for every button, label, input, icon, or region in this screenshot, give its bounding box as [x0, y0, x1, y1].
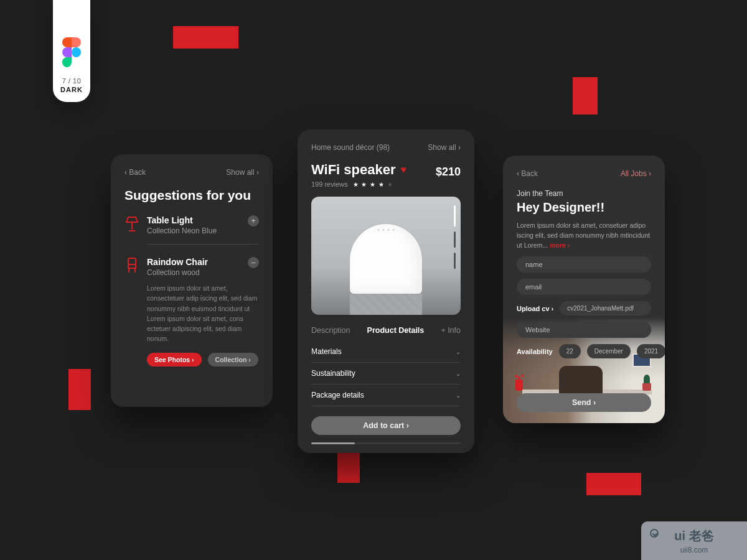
- item-description: Lorem ipsum dolor sit amet, consectetuer…: [147, 283, 259, 344]
- figma-logo-icon: [62, 37, 81, 67]
- avail-day[interactable]: 22: [559, 344, 581, 358]
- name-input[interactable]: name: [517, 256, 651, 273]
- reviews-count[interactable]: 199 reviews: [311, 180, 348, 188]
- website-input[interactable]: Website: [517, 322, 651, 338]
- item-title: Table Light: [147, 215, 240, 225]
- item-subtitle: Collection Neon Blue: [147, 226, 240, 235]
- email-input[interactable]: email: [517, 279, 651, 295]
- decor-block: [586, 473, 641, 495]
- collection-button[interactable]: Collection ›: [208, 353, 258, 366]
- suggestions-card: ‹ Back Show all › Suggestions for you Ta…: [111, 154, 273, 407]
- page-title: Suggestions for you: [125, 188, 259, 203]
- avail-month[interactable]: December: [587, 344, 631, 358]
- scrollbar[interactable]: [311, 442, 461, 444]
- expand-button[interactable]: +: [248, 215, 259, 226]
- section-title: Hey Designer!!: [517, 200, 651, 215]
- accordion-sustainability[interactable]: Sustainability ⌄: [311, 363, 461, 385]
- section-description: Lorem ipsum dolor sit amet, consetuer ad…: [517, 221, 651, 250]
- show-all-link[interactable]: Show all ›: [428, 143, 461, 152]
- show-all-link[interactable]: Show all ›: [226, 168, 259, 177]
- chevron-down-icon: ⌄: [456, 392, 461, 399]
- all-jobs-link[interactable]: All Jobs ›: [621, 169, 651, 178]
- add-to-cart-button[interactable]: Add to cart ›: [311, 416, 461, 435]
- heart-icon[interactable]: ♥: [401, 164, 407, 175]
- tab-info[interactable]: + Info: [441, 326, 461, 335]
- accordion-label: Package details: [311, 391, 364, 399]
- accordion-materials[interactable]: Materials ⌄: [311, 341, 461, 363]
- accordion-package[interactable]: Package details ⌄: [311, 385, 461, 406]
- badge-mode: DARK: [60, 86, 83, 93]
- divider: [147, 244, 259, 245]
- product-card: Home sound décor (98) Show all › WiFi sp…: [298, 129, 474, 453]
- tabs: Description Product Details + Info: [311, 326, 461, 335]
- chair-icon: [125, 257, 139, 274]
- decor-block: [573, 77, 598, 114]
- price: $210: [436, 166, 461, 179]
- availability-label: Availability: [517, 348, 553, 355]
- chevron-down-icon: ⌄: [456, 348, 461, 355]
- speaker-illustration: [350, 224, 422, 315]
- image-pager[interactable]: [454, 205, 456, 269]
- see-photos-button[interactable]: See Photos ›: [147, 353, 202, 366]
- section-subtitle: Join the Team: [517, 189, 651, 198]
- send-button[interactable]: Send ›: [517, 393, 651, 412]
- decor-block: [68, 369, 91, 410]
- star-rating: ★ ★ ★ ★ ★: [353, 181, 393, 188]
- figma-badge: 7 / 10 DARK: [53, 0, 90, 102]
- list-item[interactable]: Table Light Collection Neon Blue +: [125, 215, 259, 235]
- collapse-button[interactable]: –: [248, 257, 259, 268]
- breadcrumb[interactable]: Home sound décor (98): [311, 143, 390, 152]
- accordion-label: Sustainability: [311, 369, 355, 378]
- decor-block: [173, 26, 238, 49]
- lamp-icon: [125, 215, 139, 233]
- item-subtitle: Collection wood: [147, 268, 240, 277]
- badge-count: 7 / 10: [62, 77, 82, 85]
- accordion-label: Materials: [311, 347, 342, 356]
- watermark-url: uii8.com: [680, 546, 708, 554]
- upload-cv-label[interactable]: Upload cv ›: [517, 305, 553, 312]
- watermark-icon: [650, 529, 659, 538]
- product-image[interactable]: [311, 197, 461, 315]
- list-item[interactable]: Raindow Chair Collection wood –: [125, 257, 259, 277]
- svg-rect-0: [128, 258, 136, 264]
- join-team-card: ‹ Back All Jobs › Join the Team Hey Desi…: [503, 156, 665, 423]
- back-button[interactable]: ‹ Back: [517, 169, 538, 178]
- uploaded-file-chip[interactable]: cv2021_JohanaMett.pdf: [560, 301, 651, 315]
- tab-product-details[interactable]: Product Details: [367, 326, 425, 335]
- more-link[interactable]: more ›: [550, 241, 570, 249]
- avail-year[interactable]: 2021: [637, 344, 665, 358]
- back-button[interactable]: ‹ Back: [125, 168, 146, 177]
- watermark: ui 老爸 uii8.com: [641, 521, 747, 560]
- item-title: Raindow Chair: [147, 257, 240, 267]
- watermark-text: ui 老爸: [674, 528, 713, 544]
- tab-description[interactable]: Description: [311, 326, 350, 335]
- chevron-down-icon: ⌄: [456, 370, 461, 377]
- product-title: WiFi speaker: [311, 162, 396, 178]
